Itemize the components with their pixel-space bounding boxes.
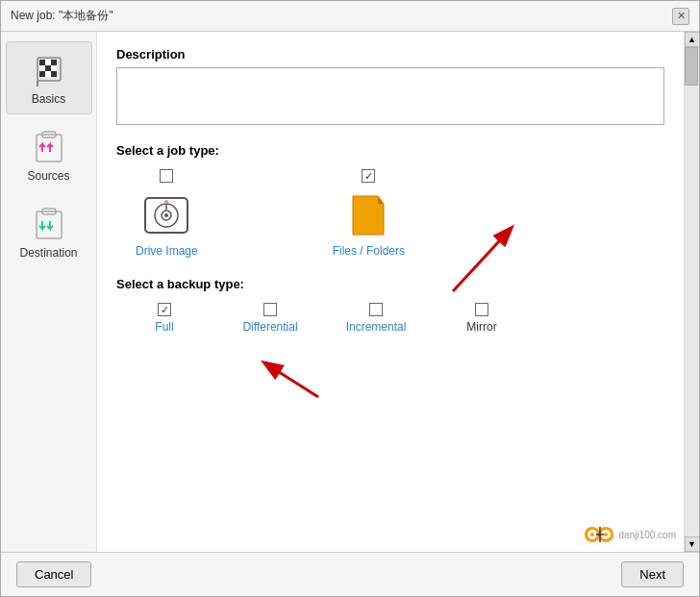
drive-image-icon [141,190,191,240]
sidebar-destination-label: Destination [19,246,77,260]
sources-icon [30,127,68,165]
svg-line-25 [265,363,318,397]
svg-point-18 [164,213,168,217]
svg-rect-1 [39,60,45,65]
scroll-up-arrow[interactable]: ▲ [685,32,700,47]
next-button[interactable]: Next [621,561,684,587]
cancel-button[interactable]: Cancel [16,561,91,587]
job-type-row: Drive Image Files / Folders [116,169,664,258]
job-type-label: Select a job type: [116,143,664,158]
description-input[interactable] [116,67,664,125]
job-type-drive-image[interactable]: Drive Image [136,169,198,258]
svg-rect-5 [45,65,51,71]
close-button[interactable]: ✕ [672,8,689,25]
backup-type-differential[interactable]: Differential [232,303,309,334]
job-type-files-folders[interactable]: Files / Folders [333,169,405,258]
svg-rect-8 [45,71,51,77]
drive-image-checkbox[interactable] [160,169,173,183]
backup-type-label: Select a backup type: [116,277,664,291]
sidebar-item-sources[interactable]: Sources [6,118,92,191]
incremental-checkbox[interactable] [369,303,383,316]
bottom-bar: Cancel Next [1,552,699,596]
scrollbar[interactable]: ▲ ▼ [684,32,699,552]
svg-point-20 [164,200,168,204]
files-folders-icon [343,190,393,240]
drive-image-label: Drive Image [136,244,198,258]
svg-rect-2 [45,60,51,65]
svg-rect-3 [51,60,57,65]
mirror-label: Mirror [466,320,496,334]
full-label: Full [155,320,173,334]
sidebar: Basics Sources [1,32,97,552]
backup-type-mirror[interactable]: Mirror [443,303,520,334]
scroll-thumb[interactable] [685,47,698,86]
main-content-area: Description Select a job type: [97,32,684,552]
watermark: danji100.com [585,525,676,544]
backup-type-row: Full Differential Incremental [116,303,664,334]
window-title: New job: "本地备份" [11,8,113,24]
main-window: New job: "本地备份" ✕ [0,0,700,597]
backup-type-incremental[interactable]: Incremental [338,303,414,334]
incremental-label: Incremental [346,320,407,334]
window-body: Basics Sources [1,32,699,552]
watermark-logo [585,525,615,544]
scroll-down-arrow[interactable]: ▼ [685,536,700,552]
sidebar-item-basics[interactable]: Basics [6,41,92,114]
scroll-track[interactable] [685,47,699,536]
destination-icon [30,204,68,242]
differential-checkbox[interactable] [263,303,277,316]
backup-type-full[interactable]: Full [126,303,203,334]
title-bar: New job: "本地备份" ✕ [1,1,699,32]
sidebar-item-destination[interactable]: Destination [6,195,92,268]
full-checkbox[interactable] [158,303,171,316]
files-folders-label: Files / Folders [333,244,405,258]
watermark-text: danji100.com [619,530,676,540]
svg-rect-4 [39,65,45,71]
files-folders-checkbox[interactable] [362,169,375,183]
svg-point-28 [590,533,594,536]
sidebar-sources-label: Sources [27,169,69,183]
differential-label: Differential [242,320,297,334]
description-label: Description [116,47,664,62]
svg-rect-7 [39,71,45,77]
svg-point-31 [604,533,608,536]
svg-rect-9 [51,71,57,77]
sidebar-basics-label: Basics [32,92,65,106]
svg-rect-6 [51,65,57,71]
basics-icon [30,50,68,88]
mirror-checkbox[interactable] [475,303,488,316]
